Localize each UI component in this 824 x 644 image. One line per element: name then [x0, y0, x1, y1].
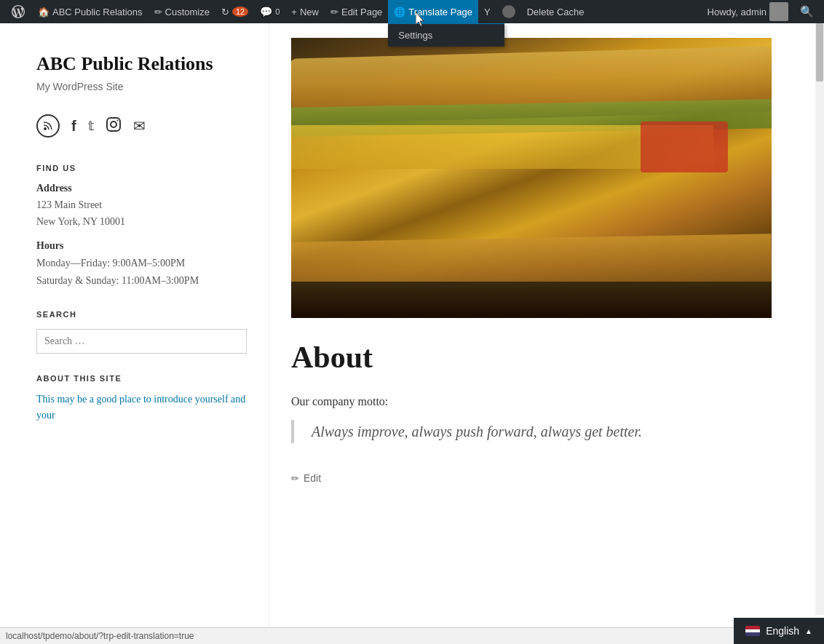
admin-bar-translate-page[interactable]: 🌐 Translate Page Settings [388, 0, 478, 23]
us-flag-icon [745, 626, 760, 636]
comments-icon: 💬 [260, 6, 272, 17]
hours-text: Monday—Friday: 9:00AM–5:00PM Saturday & … [36, 255, 247, 290]
translate-icon: 🌐 [394, 7, 405, 17]
admin-bar-new[interactable]: + New [285, 0, 325, 23]
status-bar: localhost/tpdemo/about/?trp-edit-transla… [0, 627, 737, 644]
address-label: Address [36, 183, 247, 194]
about-site-title: ABOUT THIS SITE [36, 374, 247, 383]
search-title: SEARCH [36, 310, 247, 319]
hours-label: Hours [36, 240, 247, 252]
email-icon[interactable]: ✉ [133, 117, 146, 135]
scrollbar[interactable] [815, 23, 824, 615]
find-us-section: FIND US Address 123 Main Street New York… [36, 164, 247, 289]
instagram-icon[interactable] [106, 116, 122, 136]
admin-bar-updates[interactable]: ↻ 12 [215, 0, 254, 23]
admin-avatar [769, 2, 788, 21]
page-title: About [291, 340, 780, 375]
admin-bar-site-name[interactable]: 🏠 ABC Public Relations [32, 0, 148, 23]
admin-bar-yoast[interactable]: Y [478, 0, 496, 23]
edit-link[interactable]: ✏ Edit [291, 472, 780, 484]
translate-dropdown: Settings [388, 23, 504, 47]
site-tagline: My WordPress Site [36, 81, 247, 92]
search-section: SEARCH [36, 310, 247, 354]
edit-page-icon: ✏ [330, 7, 338, 17]
blockquote-text: Always improve, always push forward, alw… [312, 420, 780, 443]
search-input[interactable] [36, 329, 247, 354]
hero-image [291, 38, 772, 318]
admin-bar-delete-cache[interactable]: Delete Cache [521, 0, 590, 23]
edit-pencil-icon: ✏ [291, 473, 299, 484]
company-motto-blockquote: Always improve, always push forward, alw… [291, 420, 780, 443]
svg-rect-1 [107, 118, 120, 131]
find-us-title: FIND US [36, 164, 247, 172]
motto-label: Our company motto: [291, 395, 780, 408]
main-content: About Our company motto: Always improve,… [269, 23, 824, 644]
admin-bar-user-circle[interactable] [496, 0, 521, 23]
customize-icon: ✏ [154, 7, 162, 17]
admin-bar-customize[interactable]: ✏ Customize [148, 0, 215, 23]
page-wrapper: ABC Public Relations My WordPress Site f… [0, 23, 824, 644]
site-title: ABC Public Relations [36, 52, 247, 75]
admin-bar-comments[interactable]: 💬 0 [254, 0, 285, 23]
settings-menu-item[interactable]: Settings [388, 24, 504, 47]
wordpress-logo[interactable] [4, 0, 32, 23]
sandwich-visual [291, 38, 772, 318]
search-icon: 🔍 [800, 5, 814, 18]
svg-point-3 [116, 119, 118, 121]
rss-icon[interactable] [36, 114, 60, 138]
scrollbar-thumb[interactable] [816, 23, 823, 82]
updates-icon: ↻ [221, 7, 229, 17]
admin-bar: 🏠 ABC Public Relations ✏ Customize ↻ 12 … [0, 0, 824, 23]
address-text: 123 Main Street New York, NY 10001 [36, 197, 247, 230]
about-site-section: ABOUT THIS SITE This may be a good place… [36, 374, 247, 424]
facebook-icon[interactable]: f [71, 118, 76, 135]
admin-bar-site-title-icon: 🏠 [38, 7, 49, 17]
english-button[interactable]: English ▲ [734, 618, 824, 644]
user-circle-icon [502, 5, 515, 18]
new-icon: + [291, 7, 297, 17]
yoast-icon: Y [484, 7, 491, 17]
about-site-text: This may be a good place to introduce yo… [36, 391, 247, 424]
svg-point-0 [44, 127, 47, 130]
sidebar: ABC Public Relations My WordPress Site f… [0, 23, 269, 644]
admin-bar-search[interactable]: 🔍 [794, 0, 820, 23]
svg-point-2 [111, 122, 116, 127]
social-icons: f 𝕥 ✉ [36, 114, 247, 138]
admin-bar-edit-page[interactable]: ✏ Edit Page [325, 0, 388, 23]
chevron-up-icon: ▲ [805, 627, 812, 635]
twitter-icon[interactable]: 𝕥 [88, 118, 94, 134]
admin-bar-user[interactable]: Howdy, admin [702, 0, 794, 23]
